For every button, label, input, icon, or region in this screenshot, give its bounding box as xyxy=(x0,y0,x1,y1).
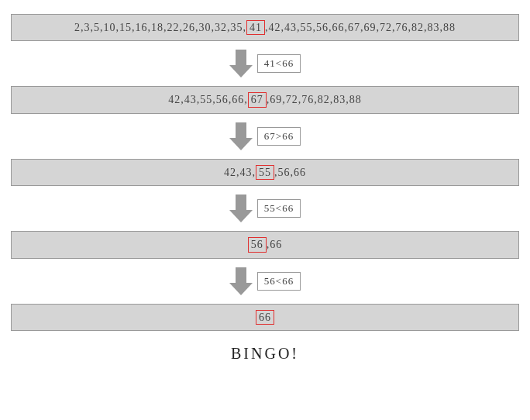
arrow-row-3: 55<66 xyxy=(11,186,519,231)
step-3-before: 42,43, xyxy=(224,167,256,178)
step-3-condition: 55<66 xyxy=(257,199,301,218)
step-4-array: 56,66 xyxy=(11,231,519,258)
arrow-row-4: 56<66 xyxy=(11,259,519,304)
down-arrow-icon xyxy=(229,264,253,298)
step-4-condition: 56<66 xyxy=(257,272,301,291)
step-4-pivot: 56 xyxy=(248,237,267,252)
step-2-condition: 67>66 xyxy=(257,127,301,146)
step-1-before: 2,3,5,10,15,16,18,22,26,30,32,35, xyxy=(74,22,246,33)
step-2-array: 42,43,55,56,66,67,69,72,76,82,83,88 xyxy=(11,86,519,113)
down-arrow-icon xyxy=(229,119,253,153)
step-5-array: 66 xyxy=(11,304,519,331)
step-1-after: ,42,43,55,56,66,67,69,72,76,82,83,88 xyxy=(265,22,456,33)
step-2-pivot: 67 xyxy=(248,92,267,107)
step-4-after: ,66 xyxy=(267,239,283,250)
down-arrow-icon xyxy=(229,46,253,81)
step-1-array: 2,3,5,10,15,16,18,22,26,30,32,35,41,42,4… xyxy=(11,14,519,41)
arrow-row-1: 41<66 xyxy=(11,41,519,86)
step-1-pivot: 41 xyxy=(246,20,265,35)
result-text: BINGO! xyxy=(11,345,519,363)
down-arrow-icon xyxy=(229,191,253,225)
step-3-pivot: 55 xyxy=(256,165,274,180)
step-2-before: 42,43,55,56,66, xyxy=(168,94,248,105)
step-3-after: ,56,66 xyxy=(274,167,306,178)
step-5-pivot: 66 xyxy=(256,310,274,325)
step-1-condition: 41<66 xyxy=(257,54,301,73)
arrow-row-2: 67>66 xyxy=(11,114,519,159)
step-3-array: 42,43,55,56,66 xyxy=(11,159,519,186)
step-2-after: ,69,72,76,82,83,88 xyxy=(267,94,362,105)
